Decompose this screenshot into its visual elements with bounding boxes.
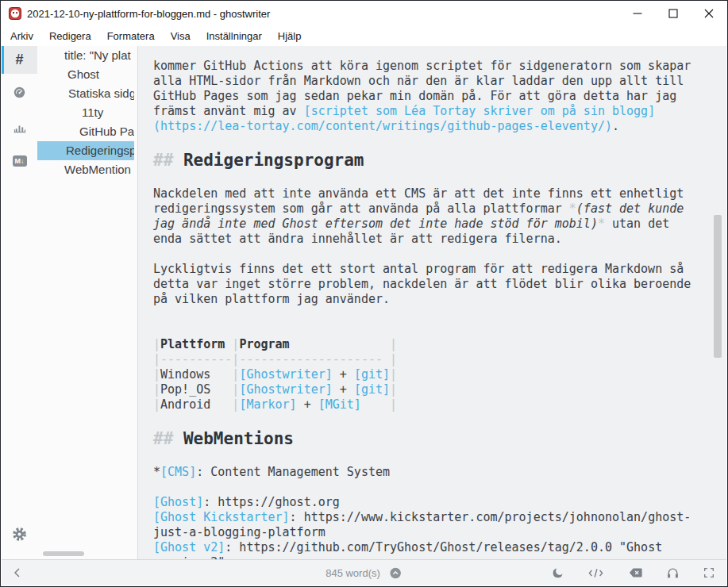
- moon-icon: [551, 566, 564, 580]
- text-segment: *: [598, 217, 605, 231]
- tab-markdown-cheatsheet[interactable]: M↓: [2, 147, 37, 175]
- markdown-link[interactable]: [Ghostwriter]: [239, 382, 332, 397]
- markdown-link[interactable]: [git]: [354, 367, 390, 382]
- markdown-link[interactable]: [MGit]: [318, 397, 361, 412]
- editor-line: [Ghost]: https://ghost.org: [153, 495, 726, 510]
- editor-line: ## WebMentions: [153, 428, 726, 450]
- editor-line: just-a-blogging-platform: [153, 525, 726, 540]
- minimize-icon: [633, 9, 642, 18]
- menu-arkiv[interactable]: Arkiv: [10, 27, 41, 45]
- editor-block-p: Lyckligtvis finns det ett stort antal pr…: [153, 262, 726, 307]
- tab-session-gauge[interactable]: [2, 79, 37, 106]
- editor-line: |Plattform |Program |: [153, 337, 726, 352]
- outline-item[interactable]: Redigeringsp: [37, 141, 134, 160]
- markdown-link[interactable]: [Ghost]: [153, 495, 203, 509]
- minimize-button[interactable]: [619, 2, 655, 25]
- text-segment: ##: [153, 151, 183, 170]
- editor-line: |Windows |[Ghostwriter] + [git]|: [153, 367, 726, 382]
- outline-item[interactable]: Ghost: [37, 65, 134, 84]
- editor-line: |Pop!_OS |[Ghostwriter] + [git]|: [153, 382, 726, 397]
- main-area: #: [2, 46, 726, 560]
- outline-item[interactable]: WebMention: [37, 160, 134, 179]
- editor-line: [Ghost v2]: https://github.com/TryGhost/…: [153, 540, 726, 555]
- fullscreen-button[interactable]: [703, 566, 715, 579]
- editor-line: alla HTML-sidor från Markdown och när de…: [153, 74, 726, 89]
- window-controls: [619, 2, 726, 25]
- settings-button[interactable]: [2, 522, 37, 546]
- markdown-icon: M↓: [13, 155, 27, 167]
- markdown-link[interactable]: [CMS]: [160, 465, 196, 479]
- markdown-link[interactable]: [scriptet som Léa Tortay skriver om på s…: [304, 104, 656, 118]
- menu-visa[interactable]: Visa: [163, 27, 198, 45]
- editor-line: (https://lea-tortay.com/content/writings…: [153, 119, 726, 134]
- text-segment: +: [333, 367, 354, 382]
- menu-hjalp[interactable]: Hjälp: [270, 27, 310, 45]
- editor-line: GitHub Pages som jag sedan pekar min dom…: [153, 89, 726, 104]
- text-segment: .: [612, 119, 619, 133]
- tab-statistics[interactable]: [2, 113, 37, 140]
- text-segment: : Content Management System: [196, 465, 390, 479]
- hemingway-mode-button[interactable]: [627, 566, 643, 579]
- editor-line: Nackdelen med att inte använda ett CMS ä…: [153, 186, 726, 201]
- menu-formatera[interactable]: Formatera: [99, 27, 163, 45]
- editor-line: jag ändå inte med Ghost eftersom det int…: [153, 217, 726, 232]
- sidebar-iconbar: #: [2, 46, 37, 560]
- focus-mode-button[interactable]: [666, 566, 680, 580]
- tab-outline[interactable]: #: [2, 46, 37, 74]
- editor-line: *[CMS]: Content Management System: [153, 465, 726, 480]
- hash-outline-icon: #: [15, 52, 23, 68]
- menu-installningar[interactable]: Inställningar: [198, 27, 270, 45]
- scroll-up-circle-icon: [389, 566, 403, 580]
- text-segment: kommer GitHub Actions att köra igenom sc…: [153, 59, 691, 73]
- close-button[interactable]: [691, 2, 726, 25]
- text-segment: : https://www.kickstarter.com/projects/j…: [290, 510, 691, 524]
- editor-content: kommer GitHub Actions att köra igenom sc…: [138, 46, 726, 560]
- markdown-link[interactable]: (https://lea-tortay.com/content/writings…: [153, 119, 612, 133]
- text-segment: *: [153, 465, 160, 479]
- markdown-link[interactable]: [git]: [354, 382, 390, 397]
- text-segment: WebMentions: [183, 429, 294, 448]
- markdown-link[interactable]: [Ghostwriter]: [239, 367, 332, 382]
- markdown-link[interactable]: [Ghost v2]: [153, 540, 225, 554]
- status-bar-tools: [551, 560, 715, 585]
- html-preview-button[interactable]: [587, 566, 604, 580]
- markdown-link[interactable]: [Markor]: [239, 397, 296, 412]
- hemingway-backspace-icon: [627, 566, 643, 579]
- text-segment: utan det: [605, 217, 669, 231]
- outline-horizontal-scrollbar[interactable]: [43, 551, 84, 556]
- editor-block-table: |Plattform |Program ||----------|-------…: [153, 337, 726, 412]
- outline-item[interactable]: Statiska sidg: [37, 84, 134, 103]
- text-segment: |: [390, 397, 397, 412]
- editor-pane[interactable]: kommer GitHub Actions att köra igenom sc…: [137, 46, 726, 560]
- text-segment: (fast det kunde: [576, 201, 684, 216]
- editor-vertical-scrollbar[interactable]: [714, 215, 722, 358]
- text-segment: Redigeringsprogram: [183, 151, 364, 170]
- outline-item[interactable]: GitHub Pa: [37, 122, 134, 141]
- text-segment: alla HTML-sidor från Markdown och när de…: [153, 74, 684, 88]
- gear-icon: [12, 527, 27, 542]
- scroll-up-button[interactable]: [389, 566, 403, 580]
- ghostwriter-window: 2021-12-10-ny-plattform-for-bloggen.md -…: [0, 0, 728, 587]
- text-segment: ##: [153, 429, 183, 448]
- text-segment: |----------|-------------------- |: [153, 352, 397, 366]
- hide-sidebar-button[interactable]: [11, 560, 24, 585]
- editor-line: redigeringssystem som går att använda på…: [153, 201, 726, 217]
- outline-item[interactable]: title: "Ny plat: [37, 46, 134, 65]
- word-count[interactable]: 845 word(s): [325, 567, 380, 579]
- text-segment: |: [153, 397, 160, 412]
- menu-redigera[interactable]: Redigera: [41, 27, 99, 45]
- text-segment: [290, 337, 390, 351]
- text-segment: Windows: [160, 367, 232, 382]
- chevron-left-icon: [11, 566, 24, 579]
- maximize-icon: [668, 9, 678, 18]
- text-segment: Program: [239, 337, 289, 351]
- outline-item[interactable]: 11ty: [37, 103, 134, 122]
- gauge-icon: [13, 86, 26, 99]
- close-icon: [704, 9, 714, 18]
- text-segment: : https://github.com/TryGhost/Ghost/rele…: [225, 540, 662, 554]
- editor-line: |Android |[Markor] + [MGit] |: [153, 397, 726, 412]
- dark-mode-button[interactable]: [551, 566, 564, 580]
- markdown-link[interactable]: [Ghost Kickstarter]: [153, 510, 290, 524]
- maximize-button[interactable]: [655, 2, 691, 25]
- text-segment: |: [153, 367, 160, 382]
